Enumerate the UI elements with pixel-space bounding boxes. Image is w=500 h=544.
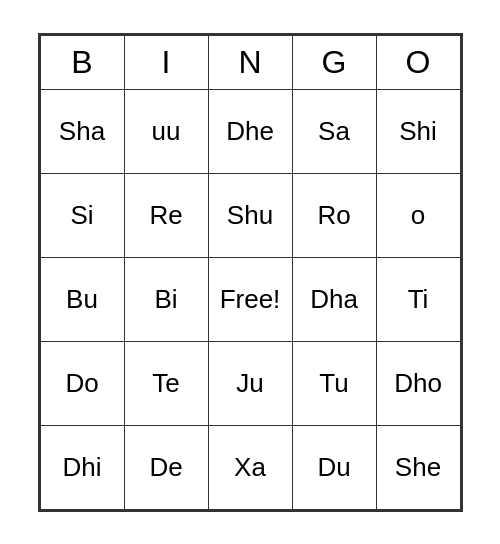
table-row: ShauuDheSaShi <box>40 89 460 173</box>
header-cell-i: I <box>124 35 208 89</box>
cell-r1-c4: o <box>376 173 460 257</box>
header-cell-g: G <box>292 35 376 89</box>
cell-r0-c1: uu <box>124 89 208 173</box>
cell-r3-c2: Ju <box>208 341 292 425</box>
header-cell-n: N <box>208 35 292 89</box>
cell-r0-c2: Dhe <box>208 89 292 173</box>
cell-r4-c1: De <box>124 425 208 509</box>
cell-r2-c1: Bi <box>124 257 208 341</box>
cell-r3-c1: Te <box>124 341 208 425</box>
cell-r2-c0: Bu <box>40 257 124 341</box>
cell-r1-c0: Si <box>40 173 124 257</box>
cell-r1-c1: Re <box>124 173 208 257</box>
cell-r3-c0: Do <box>40 341 124 425</box>
cell-r2-c2: Free! <box>208 257 292 341</box>
table-row: SiReShuRoo <box>40 173 460 257</box>
table-row: DoTeJuTuDho <box>40 341 460 425</box>
cell-r2-c4: Ti <box>376 257 460 341</box>
cell-r0-c3: Sa <box>292 89 376 173</box>
cell-r3-c3: Tu <box>292 341 376 425</box>
cell-r3-c4: Dho <box>376 341 460 425</box>
cell-r1-c3: Ro <box>292 173 376 257</box>
header-row: BINGO <box>40 35 460 89</box>
cell-r0-c4: Shi <box>376 89 460 173</box>
cell-r0-c0: Sha <box>40 89 124 173</box>
table-row: DhiDeXaDuShe <box>40 425 460 509</box>
bingo-table: BINGO ShauuDheSaShiSiReShuRooBuBiFree!Dh… <box>40 35 461 510</box>
header-cell-b: B <box>40 35 124 89</box>
bingo-card: BINGO ShauuDheSaShiSiReShuRooBuBiFree!Dh… <box>38 33 463 512</box>
cell-r1-c2: Shu <box>208 173 292 257</box>
cell-r4-c3: Du <box>292 425 376 509</box>
cell-r4-c4: She <box>376 425 460 509</box>
cell-r2-c3: Dha <box>292 257 376 341</box>
cell-r4-c2: Xa <box>208 425 292 509</box>
header-cell-o: O <box>376 35 460 89</box>
cell-r4-c0: Dhi <box>40 425 124 509</box>
table-row: BuBiFree!DhaTi <box>40 257 460 341</box>
